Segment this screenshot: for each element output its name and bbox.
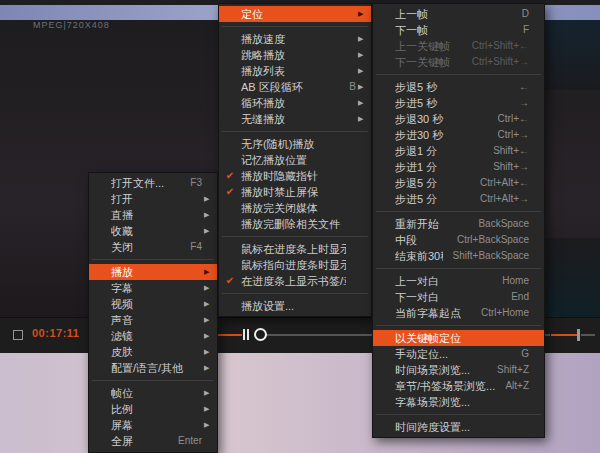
menu-item-label: 步进30 秒 xyxy=(395,127,488,143)
menu-item-shortcut: Ctrl+→ xyxy=(498,127,529,143)
menu-item[interactable]: 声音▶ xyxy=(89,312,217,328)
submenu-arrow-icon: ▶ xyxy=(202,207,217,223)
menu-item[interactable]: 全屏Enter xyxy=(89,433,217,449)
menu-item[interactable]: 步退30 秒Ctrl+← xyxy=(373,111,544,127)
menu-separator xyxy=(376,211,541,212)
menu-item[interactable]: 记忆播放位置 xyxy=(219,152,371,168)
menu-item[interactable]: 字幕▶ xyxy=(89,280,217,296)
menu-item[interactable]: 步进1 分Shift+→ xyxy=(373,159,544,175)
menu-item[interactable]: 字幕场景浏览... xyxy=(373,394,544,410)
menu-item[interactable]: 上一帧D xyxy=(373,6,544,22)
menu-item[interactable]: 结束前30秒Shift+BackSpace xyxy=(373,248,544,264)
menu-item[interactable]: 播放完关闭媒体 xyxy=(219,200,371,216)
menu-item-label: 步退5 秒 xyxy=(395,79,509,95)
menu-item[interactable]: 步进30 秒Ctrl+→ xyxy=(373,127,544,143)
menu-item-label: 下一对白 xyxy=(395,289,501,305)
menu-item[interactable]: 下一帧F xyxy=(373,22,544,38)
menu-item-shortcut: Ctrl+Home xyxy=(481,305,529,321)
menu-item-shortcut: F3 xyxy=(190,175,202,191)
menu-item[interactable]: 步进5 秒→ xyxy=(373,95,544,111)
menu-item[interactable]: 循环播放▶ xyxy=(219,95,371,111)
menu-item[interactable]: 跳略播放▶ xyxy=(219,47,371,63)
menu-item-label: 比例 xyxy=(111,401,192,417)
menu-item[interactable]: 播放速度▶ xyxy=(219,31,371,47)
menu-item[interactable]: 时间跨度设置... xyxy=(373,419,544,435)
menu-item-label: 无序(随机)播放 xyxy=(241,136,346,152)
menu-item-label: 播放 xyxy=(111,264,192,280)
menu-item[interactable]: 打开▶ xyxy=(89,191,217,207)
menu-item[interactable]: 帧位▶ xyxy=(89,385,217,401)
seek-submenu: 上一帧D下一帧F上一关键帧Ctrl+Shift+←下一关键帧Ctrl+Shift… xyxy=(372,3,545,438)
menu-item[interactable]: 重新开始BackSpace xyxy=(373,216,544,232)
menu-item[interactable]: 打开文件...F3 xyxy=(89,175,217,191)
submenu-arrow-icon: ▶ xyxy=(356,111,371,127)
menu-separator xyxy=(376,325,541,326)
menu-item[interactable]: 比例▶ xyxy=(89,401,217,417)
menu-item[interactable]: 章节/书签场景浏览...Alt+Z xyxy=(373,378,544,394)
check-icon: ✔ xyxy=(219,184,241,200)
menu-item: 下一关键帧Ctrl+Shift+→ xyxy=(373,54,544,70)
menu-item[interactable]: 播放设置... xyxy=(219,298,371,314)
menu-item[interactable]: 皮肤▶ xyxy=(89,344,217,360)
menu-item[interactable]: ✔播放时禁止屏保 xyxy=(219,184,371,200)
menu-item[interactable]: ✔播放时隐藏指针 xyxy=(219,168,371,184)
menu-item-shortcut: Shift+← xyxy=(493,143,529,159)
submenu-arrow-icon: ▶ xyxy=(202,296,217,312)
menu-item[interactable]: 关闭F4 xyxy=(89,239,217,255)
volume-slider-track[interactable] xyxy=(581,334,595,336)
stop-button[interactable] xyxy=(13,330,23,340)
seek-bar-handle[interactable] xyxy=(254,328,267,341)
menu-item[interactable]: 手动定位...G xyxy=(373,346,544,362)
menu-item-shortcut: Ctrl+Shift+← xyxy=(472,38,529,54)
menu-item-label: AB 区段循环 xyxy=(241,79,339,95)
menu-item[interactable]: 配置/语言/其他▶ xyxy=(89,360,217,376)
menu-item-label: 播放设置... xyxy=(241,298,346,314)
menu-item-shortcut: Alt+Z xyxy=(505,378,529,394)
menu-separator xyxy=(92,259,214,260)
menu-item-label: 时间跨度设置... xyxy=(395,419,519,435)
menu-item[interactable]: 屏幕▶ xyxy=(89,417,217,433)
menu-item[interactable]: 播放▶ xyxy=(89,264,217,280)
context-menu: 打开文件...F3打开▶直播▶收藏▶关闭F4播放▶字幕▶视频▶声音▶滤镜▶皮肤▶… xyxy=(88,172,218,453)
menu-item-label: 关闭 xyxy=(111,239,180,255)
submenu-arrow-icon: ▶ xyxy=(202,191,217,207)
menu-item[interactable]: 时间场景浏览...Shift+Z xyxy=(373,362,544,378)
menu-item-label: 鼠标在进度条上时显示时间 xyxy=(241,241,346,257)
menu-item[interactable]: 视频▶ xyxy=(89,296,217,312)
menu-separator xyxy=(376,268,541,269)
menu-item-label: 上一帧 xyxy=(395,6,512,22)
menu-item[interactable]: 步退5 秒← xyxy=(373,79,544,95)
menu-item[interactable]: 无缝播放▶ xyxy=(219,111,371,127)
menu-item[interactable]: 收藏▶ xyxy=(89,223,217,239)
menu-separator xyxy=(222,293,368,294)
menu-item-label: 步进5 秒 xyxy=(395,95,509,111)
menu-item-shortcut: D xyxy=(522,6,529,22)
menu-separator xyxy=(222,26,368,27)
menu-item[interactable]: 步退1 分Shift+← xyxy=(373,143,544,159)
menu-item[interactable]: 中段Ctrl+BackSpace xyxy=(373,232,544,248)
menu-item-label: 循环播放 xyxy=(241,95,346,111)
menu-item[interactable]: 播放完删除相关文件 xyxy=(219,216,371,232)
menu-item[interactable]: 无序(随机)播放 xyxy=(219,136,371,152)
menu-item-shortcut: G xyxy=(521,346,529,362)
menu-item[interactable]: 当前字幕起点Ctrl+Home xyxy=(373,305,544,321)
menu-item-shortcut: Ctrl+BackSpace xyxy=(457,232,529,248)
volume-slider-handle[interactable] xyxy=(577,329,580,341)
menu-item[interactable]: ✔在进度条上显示书签/章节标记 xyxy=(219,273,371,289)
menu-item[interactable]: 播放列表▶ xyxy=(219,63,371,79)
menu-item[interactable]: 以关键帧定位 xyxy=(373,330,544,346)
menu-item[interactable]: 上一对白Home xyxy=(373,273,544,289)
menu-item[interactable]: 滤镜▶ xyxy=(89,328,217,344)
menu-item[interactable]: 鼠标指向进度条时显示缩略图 xyxy=(219,257,371,273)
menu-item-label: 步进1 分 xyxy=(395,159,483,175)
menu-item[interactable]: 步退5 分Ctrl+Alt+← xyxy=(373,175,544,191)
menu-item-label: 播放时禁止屏保 xyxy=(241,184,346,200)
menu-item[interactable]: 下一对白End xyxy=(373,289,544,305)
menu-item[interactable]: 直播▶ xyxy=(89,207,217,223)
submenu-arrow-icon: ▶ xyxy=(202,328,217,344)
menu-item[interactable]: 定位▶ xyxy=(219,6,371,22)
menu-item[interactable]: 鼠标在进度条上时显示时间 xyxy=(219,241,371,257)
volume-slider-fill[interactable] xyxy=(551,334,578,336)
menu-item[interactable]: 步进5 分Ctrl+Alt+→ xyxy=(373,191,544,207)
menu-item[interactable]: AB 区段循环B▶ xyxy=(219,79,371,95)
